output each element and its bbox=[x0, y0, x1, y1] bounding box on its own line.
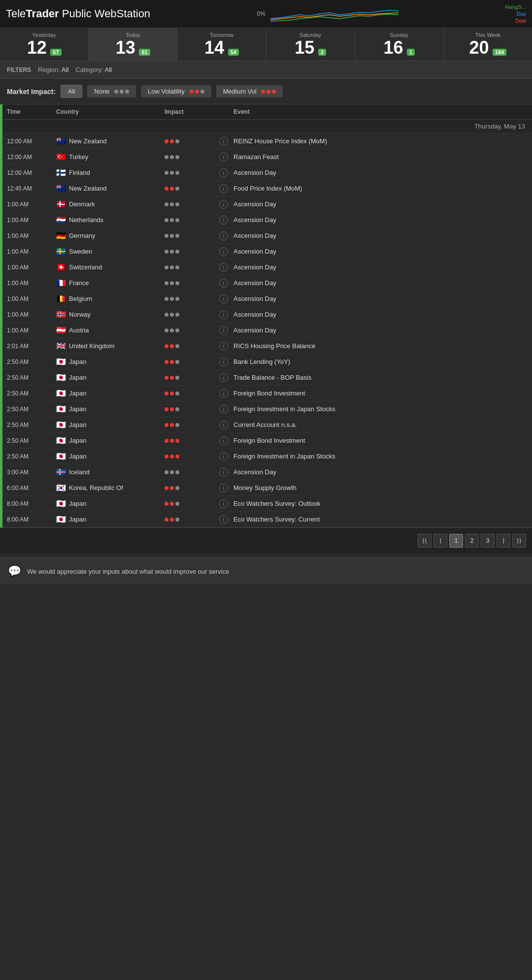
filter-region[interactable]: Region: All bbox=[38, 66, 68, 73]
info-icon[interactable]: i bbox=[219, 389, 228, 398]
cell-info[interactable]: i bbox=[214, 484, 233, 492]
info-icon[interactable]: i bbox=[219, 484, 228, 492]
tab-number: 20 bbox=[469, 37, 489, 58]
table-row[interactable]: 1:00 AM 🇸🇪 Sweden i Ascension Day bbox=[0, 244, 532, 260]
info-icon[interactable]: i bbox=[219, 263, 228, 272]
info-icon[interactable]: i bbox=[219, 153, 228, 162]
page-3-btn[interactable]: 3 bbox=[481, 534, 495, 548]
day-tab-today[interactable]: Today 13 61 bbox=[89, 28, 177, 61]
cell-info[interactable]: i bbox=[214, 137, 233, 146]
page-2-btn[interactable]: 2 bbox=[465, 534, 479, 548]
table-row[interactable]: 2:50 AM 🇯🇵 Japan i Foreign Bond Investme… bbox=[0, 433, 532, 449]
page-1-btn[interactable]: 1 bbox=[449, 534, 463, 548]
cell-country: 🇯🇵 Japan bbox=[56, 499, 165, 508]
day-tab-yesterday[interactable]: Yesterday 12 67 bbox=[0, 28, 89, 61]
cell-info[interactable]: i bbox=[214, 216, 233, 225]
cell-info[interactable]: i bbox=[214, 247, 233, 256]
cell-time: 1:00 AM bbox=[7, 201, 56, 208]
cell-info[interactable]: i bbox=[214, 515, 233, 524]
table-row[interactable]: 2:50 AM 🇯🇵 Japan i Current Account n.s.a… bbox=[0, 417, 532, 433]
info-icon[interactable]: i bbox=[219, 436, 228, 445]
info-icon[interactable]: i bbox=[219, 310, 228, 319]
cell-info[interactable]: i bbox=[214, 452, 233, 461]
table-row[interactable]: 1:00 AM 🇫🇷 France i Ascension Day bbox=[0, 275, 532, 291]
table-row[interactable]: 2:50 AM 🇯🇵 Japan i Foreign Investment in… bbox=[0, 401, 532, 417]
table-row[interactable]: 12:00 AM 🇫🇮 Finland i Ascension Day bbox=[0, 165, 532, 181]
table-row[interactable]: 1:00 AM 🇧🇪 Belgium i Ascension Day bbox=[0, 291, 532, 307]
page-prev-btn[interactable]: ⟨ bbox=[433, 534, 447, 548]
table-row[interactable]: 2:50 AM 🇯🇵 Japan i Foreign Bond Investme… bbox=[0, 386, 532, 401]
day-tab-tomorrow[interactable]: Tomorrow 14 54 bbox=[177, 28, 266, 61]
info-icon[interactable]: i bbox=[219, 452, 228, 461]
info-icon[interactable]: i bbox=[219, 294, 228, 303]
mi-pill-low[interactable]: Low Volatility bbox=[141, 85, 211, 98]
day-tab-this-week[interactable]: This Week 20 184 bbox=[444, 28, 532, 61]
info-icon[interactable]: i bbox=[219, 468, 228, 477]
cell-info[interactable]: i bbox=[214, 421, 233, 429]
info-icon[interactable]: i bbox=[219, 373, 228, 382]
table-row[interactable]: 2:50 AM 🇯🇵 Japan i Foreign Investment in… bbox=[0, 449, 532, 464]
cell-info[interactable]: i bbox=[214, 373, 233, 382]
table-row[interactable]: 1:00 AM 🇦🇹 Austria i Ascension Day bbox=[0, 323, 532, 338]
table-row[interactable]: 8:00 AM 🇯🇵 Japan i Eco Watchers Survey: … bbox=[0, 512, 532, 527]
table-row[interactable]: 1:00 AM 🇩🇪 Germany i Ascension Day bbox=[0, 228, 532, 244]
cell-info[interactable]: i bbox=[214, 405, 233, 414]
table-row[interactable]: 1:00 AM 🇳🇴 Norway i Ascension Day bbox=[0, 307, 532, 323]
table-row[interactable]: 12:45 AM 🇳🇿 New Zealand i Food Price Ind… bbox=[0, 181, 532, 196]
info-icon[interactable]: i bbox=[219, 405, 228, 414]
cell-event: Foreign Investment in Japan Stocks bbox=[233, 453, 525, 460]
table-row[interactable]: 2:50 AM 🇯🇵 Japan i Bank Lending (YoY) bbox=[0, 354, 532, 370]
mi-pill-medium[interactable]: Medium Vol bbox=[216, 85, 283, 98]
cell-info[interactable]: i bbox=[214, 389, 233, 398]
info-icon[interactable]: i bbox=[219, 279, 228, 288]
cell-info[interactable]: i bbox=[214, 358, 233, 366]
mi-pill-none[interactable]: None bbox=[87, 85, 136, 98]
info-icon[interactable]: i bbox=[219, 231, 228, 240]
info-icon[interactable]: i bbox=[219, 342, 228, 351]
page-last-btn[interactable]: ⟩⟩ bbox=[512, 534, 526, 548]
cell-info[interactable]: i bbox=[214, 279, 233, 288]
info-icon[interactable]: i bbox=[219, 168, 228, 177]
table-row[interactable]: 1:00 AM 🇨🇭 Switzerland i Ascension Day bbox=[0, 260, 532, 275]
mi-pill-all[interactable]: All bbox=[61, 85, 82, 98]
table-row[interactable]: 12:00 AM 🇳🇿 New Zealand i REINZ House Pr… bbox=[0, 133, 532, 149]
cell-info[interactable]: i bbox=[214, 231, 233, 240]
day-tab-saturday[interactable]: Saturday 15 2 bbox=[266, 28, 355, 61]
cell-info[interactable]: i bbox=[214, 263, 233, 272]
info-icon[interactable]: i bbox=[219, 184, 228, 193]
table-row[interactable]: 6:00 AM 🇰🇷 Korea, Republic Of i Money Su… bbox=[0, 480, 532, 496]
cell-info[interactable]: i bbox=[214, 310, 233, 319]
table-row[interactable]: 1:00 AM 🇳🇱 Netherlands i Ascension Day bbox=[0, 212, 532, 228]
info-icon[interactable]: i bbox=[219, 247, 228, 256]
table-row[interactable]: 2:50 AM 🇯🇵 Japan i Trade Balance - BOP B… bbox=[0, 370, 532, 386]
info-icon[interactable]: i bbox=[219, 421, 228, 429]
cell-info[interactable]: i bbox=[214, 200, 233, 209]
cell-info[interactable]: i bbox=[214, 168, 233, 177]
filter-category[interactable]: Category: All bbox=[75, 66, 112, 73]
info-icon[interactable]: i bbox=[219, 326, 228, 335]
cell-info[interactable]: i bbox=[214, 326, 233, 335]
cell-info[interactable]: i bbox=[214, 499, 233, 508]
info-icon[interactable]: i bbox=[219, 515, 228, 524]
info-icon[interactable]: i bbox=[219, 200, 228, 209]
info-icon[interactable]: i bbox=[219, 499, 228, 508]
table-row[interactable]: 1:00 AM 🇩🇰 Denmark i Ascension Day bbox=[0, 196, 532, 212]
table-row[interactable]: 8:00 AM 🇯🇵 Japan i Eco Watchers Survey: … bbox=[0, 496, 532, 512]
cell-info[interactable]: i bbox=[214, 294, 233, 303]
cell-info[interactable]: i bbox=[214, 184, 233, 193]
table-row[interactable]: 3:00 AM 🇮🇸 Iceland i Ascension Day bbox=[0, 464, 532, 480]
cell-info[interactable]: i bbox=[214, 342, 233, 351]
table-row[interactable]: 12:00 AM 🇹🇷 Turkey i Ramazan Feast bbox=[0, 149, 532, 165]
cell-time: 2:50 AM bbox=[7, 422, 56, 428]
page-next-btn[interactable]: ⟩ bbox=[497, 534, 510, 548]
day-tab-sunday[interactable]: Sunday 16 1 bbox=[355, 28, 444, 61]
info-icon[interactable]: i bbox=[219, 358, 228, 366]
table-row[interactable]: 2:01 AM 🇬🇧 United Kingdom i RICS Housing… bbox=[0, 338, 532, 354]
info-icon[interactable]: i bbox=[219, 137, 228, 146]
impact-dot bbox=[170, 518, 174, 522]
cell-info[interactable]: i bbox=[214, 153, 233, 162]
info-icon[interactable]: i bbox=[219, 216, 228, 225]
cell-info[interactable]: i bbox=[214, 468, 233, 477]
page-first-btn[interactable]: ⟨⟨ bbox=[418, 534, 432, 548]
cell-info[interactable]: i bbox=[214, 436, 233, 445]
